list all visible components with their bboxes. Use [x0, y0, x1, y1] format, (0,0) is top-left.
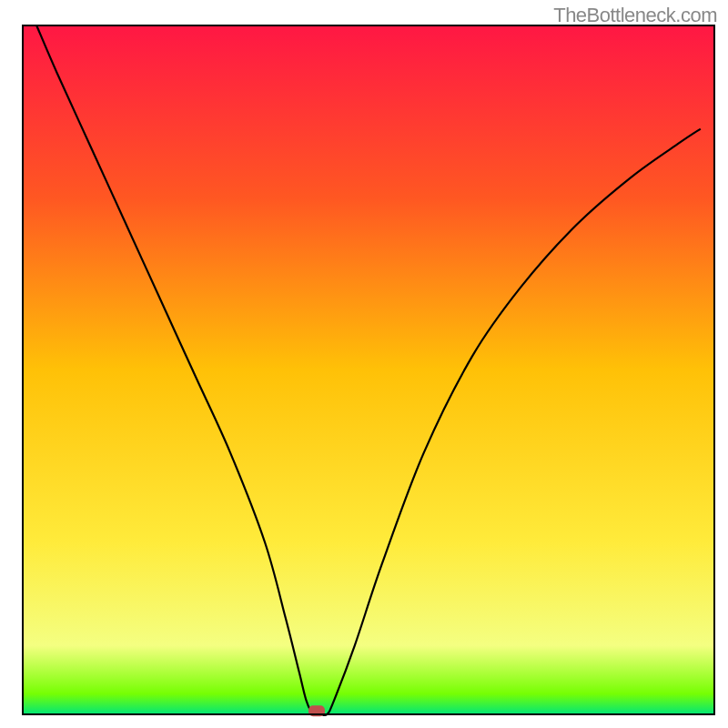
bottleneck-chart: [0, 0, 728, 728]
chart-background: [23, 25, 714, 714]
watermark-text: TheBottleneck.com: [553, 4, 717, 27]
chart-container: TheBottleneck.com: [0, 0, 728, 728]
